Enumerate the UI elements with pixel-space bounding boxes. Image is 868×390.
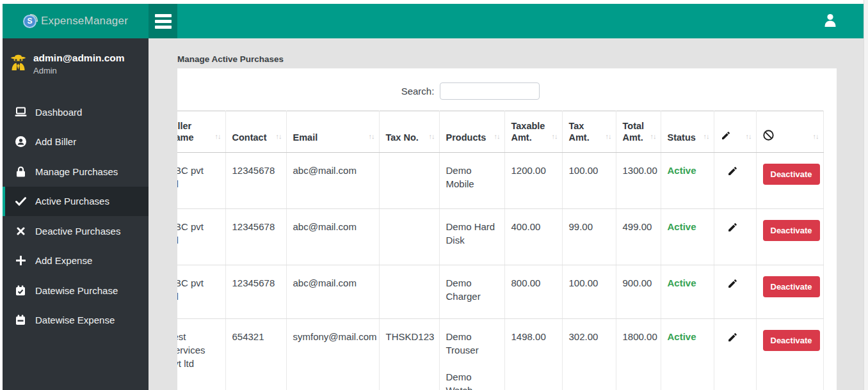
- product-item: Demo Mobile: [446, 164, 498, 191]
- purchases-table-wrap: Biller Name↑↓ Contact↑↓ Email↑↓ Tax No.↑…: [177, 111, 837, 390]
- deactivate-button[interactable]: Deactivate: [763, 276, 820, 297]
- coin-icon: S: [23, 15, 36, 28]
- sort-icon[interactable]: ↑↓: [552, 130, 558, 142]
- biller-name-cell: ABC pvt ltd: [177, 276, 208, 303]
- x-icon: [14, 227, 27, 235]
- table-header-row: Biller Name↑↓ Contact↑↓ Email↑↓ Tax No.↑…: [177, 111, 823, 153]
- col-header-email[interactable]: Email↑↓: [286, 111, 379, 153]
- col-header-biller-name[interactable]: Biller Name↑↓: [177, 111, 225, 153]
- browser-scrollbar[interactable]: [864, 0, 868, 390]
- check-icon: [14, 197, 27, 206]
- email-cell: abc@mail.com: [286, 153, 379, 209]
- brand-logo[interactable]: S ExpenseManager: [3, 4, 149, 38]
- sort-icon[interactable]: ↑↓: [606, 130, 611, 142]
- taxable-amt-cell: 800.00: [504, 265, 562, 319]
- taxable-amt-cell: 400.00: [504, 209, 562, 265]
- biller-name-cell: ABC pvt ltd: [177, 164, 208, 191]
- col-header-deactivate[interactable]: ↑↓: [756, 111, 823, 153]
- hamburger-icon: [155, 14, 172, 17]
- sort-icon[interactable]: ↑↓: [703, 130, 709, 142]
- user-account-icon[interactable]: [824, 13, 837, 31]
- search-label: Search:: [401, 86, 435, 97]
- user-role: Admin: [33, 66, 125, 75]
- sidebar-item-label: Datewise Purchase: [35, 285, 118, 296]
- sort-icon[interactable]: ↑↓: [746, 130, 751, 142]
- status-badge: Active: [661, 209, 714, 265]
- hamburger-menu-button[interactable]: [149, 4, 177, 38]
- tax-amt-cell: 302.00: [562, 319, 616, 390]
- sort-icon[interactable]: ↑↓: [813, 130, 819, 142]
- edit-pencil-icon[interactable]: [727, 166, 738, 180]
- table-row: Test Services pvt ltd 654321 symfony@mai…: [177, 319, 823, 390]
- sidebar-item-dashboard[interactable]: Dashboard: [3, 97, 149, 127]
- page-title: Manage Active Purchases: [177, 54, 284, 64]
- plus-icon: [14, 256, 27, 265]
- user-email: admin@admin.com: [33, 52, 125, 64]
- sidebar-item-label: Datewise Expense: [35, 315, 115, 325]
- sidebar-item-manage-purchases[interactable]: Manage Purchases: [3, 157, 149, 187]
- sort-icon[interactable]: ↑↓: [429, 130, 435, 142]
- edit-pencil-icon[interactable]: [727, 278, 738, 292]
- product-item: Demo Charger: [446, 276, 498, 303]
- status-badge: Active: [661, 153, 714, 209]
- purchases-card: Search: Biller Name↑↓ Contact↑↓ Email↑↓: [177, 68, 837, 390]
- sort-icon[interactable]: ↑↓: [494, 130, 500, 142]
- laptop-icon: [14, 107, 27, 117]
- contact-cell: 12345678: [225, 265, 286, 319]
- total-amt-cell: 499.00: [616, 209, 661, 265]
- table-row: ABC pvt ltd 12345678 abc@mail.com Demo C…: [177, 265, 823, 319]
- calendar-icon: [14, 315, 27, 325]
- taxable-amt-cell: 1200.00: [504, 153, 562, 209]
- top-navbar: [177, 4, 864, 38]
- total-amt-cell: 1300.00: [616, 153, 661, 209]
- sort-icon[interactable]: ↑↓: [369, 130, 374, 142]
- tax-amt-cell: 99.00: [562, 209, 616, 265]
- status-badge: Active: [661, 319, 714, 390]
- deactivate-button[interactable]: Deactivate: [763, 220, 820, 241]
- brand-name: ExpenseManager: [41, 15, 128, 27]
- total-amt-cell: 900.00: [616, 265, 661, 319]
- sidebar-item-active-purchases[interactable]: Active Purchases: [3, 187, 149, 217]
- col-header-taxable-amt[interactable]: Taxable Amt.↑↓: [504, 111, 562, 153]
- edit-pencil-icon[interactable]: [727, 222, 738, 236]
- sidebar-item-add-expense[interactable]: Add Expense: [3, 246, 149, 276]
- email-cell: abc@mail.com: [286, 265, 379, 319]
- email-cell: abc@mail.com: [286, 209, 379, 265]
- tax-no-cell: [379, 265, 439, 319]
- sidebar-item-datewise-purchase[interactable]: Datewise Purchase: [3, 276, 149, 306]
- sort-icon[interactable]: ↑↓: [215, 130, 221, 142]
- sidebar-item-datewise-expense[interactable]: Datewise Expense: [3, 306, 149, 336]
- col-header-tax-no[interactable]: Tax No.↑↓: [379, 111, 439, 153]
- sidebar-item-add-biller[interactable]: Add Biller: [3, 127, 149, 157]
- tax-no-cell: [379, 209, 439, 265]
- total-amt-cell: 1800.00: [616, 319, 661, 390]
- ban-icon: [763, 132, 774, 143]
- product-item: Demo Watch: [446, 370, 498, 390]
- sort-icon[interactable]: ↑↓: [276, 130, 282, 142]
- deactivate-button[interactable]: Deactivate: [763, 330, 820, 351]
- sidebar-item-label: Deactive Purchases: [35, 226, 120, 237]
- col-header-tax-amt[interactable]: Tax Amt.↑↓: [562, 111, 616, 153]
- tax-no-cell: THSKD123: [379, 319, 439, 390]
- table-row: ABC pvt ltd 12345678 abc@mail.com Demo H…: [177, 209, 823, 265]
- col-header-total-amt[interactable]: Total Amt.↑↓: [616, 111, 661, 153]
- products-cell: Demo Hard Disk: [439, 209, 504, 265]
- edit-pencil-icon[interactable]: [727, 332, 738, 346]
- contact-cell: 12345678: [225, 153, 286, 209]
- app-window: S ExpenseManager: [0, 0, 868, 390]
- deactivate-button[interactable]: Deactivate: [763, 164, 820, 185]
- col-header-products[interactable]: Products↑↓: [439, 111, 504, 153]
- taxable-amt-cell: 1498.00: [504, 319, 562, 390]
- col-header-edit[interactable]: ↑↓: [714, 111, 756, 153]
- table-row: ABC pvt ltd 12345678 abc@mail.com Demo M…: [177, 153, 823, 209]
- sort-icon[interactable]: ↑↓: [650, 130, 656, 142]
- search-input[interactable]: [440, 82, 540, 100]
- products-cell: Demo Charger: [439, 265, 504, 319]
- sidebar-item-label: Add Expense: [35, 255, 92, 266]
- sidebar-item-deactive-purchases[interactable]: Deactive Purchases: [3, 216, 149, 246]
- col-header-status[interactable]: Status↑↓: [661, 111, 714, 153]
- calendar-check-icon: [14, 285, 27, 296]
- user-circle-icon: [14, 136, 27, 147]
- col-header-contact[interactable]: Contact↑↓: [225, 111, 286, 153]
- tax-amt-cell: 100.00: [562, 265, 616, 319]
